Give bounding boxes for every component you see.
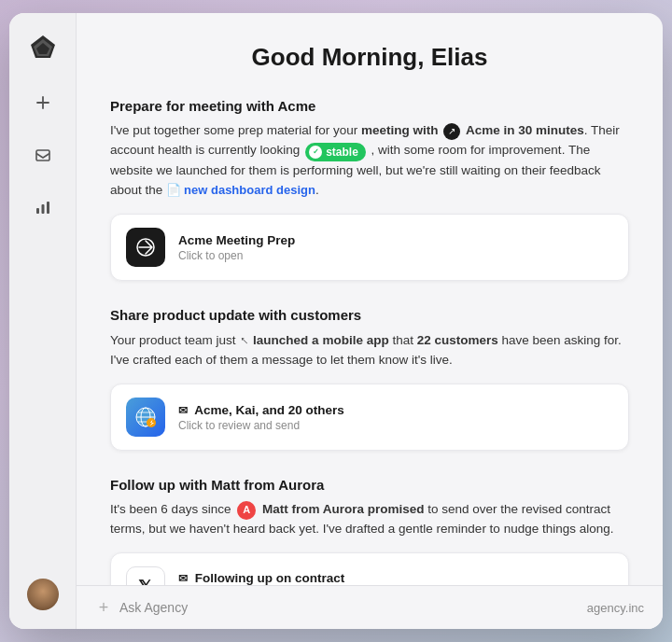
- acme-card-text: Acme Meeting Prep Click to open: [178, 233, 613, 262]
- app-logo[interactable]: [27, 32, 59, 63]
- product-update-card[interactable]: ✉ Acme, Kai, and 20 others Click to revi…: [110, 384, 629, 451]
- bottom-bar: + Ask Agency agency.inc: [77, 585, 663, 629]
- sidebar-analytics-button[interactable]: [26, 190, 60, 224]
- aurora-text: It's been 6 days since A Matt from Auror…: [110, 500, 629, 539]
- product-update-title: Share product update with customers: [110, 307, 629, 323]
- doc-link[interactable]: new dashboard design: [166, 181, 315, 200]
- stable-badge: ✓ stable: [305, 143, 366, 162]
- stable-dot: ✓: [309, 146, 322, 159]
- greeting-heading: Good Morning, Elias: [110, 43, 629, 72]
- mail-icon: ✉: [178, 404, 188, 417]
- acme-meeting-title: Prepare for meeting with Acme: [110, 98, 629, 114]
- ask-agency-input[interactable]: + Ask Agency: [95, 599, 188, 616]
- sidebar: [9, 13, 77, 629]
- mail-icon-2: ✉: [178, 572, 188, 585]
- product-card-title: ✉ Acme, Kai, and 20 others: [178, 403, 613, 417]
- svg-rect-5: [41, 204, 44, 214]
- acme-card-icon: [126, 228, 165, 267]
- svg-text:𝕏: 𝕏: [138, 578, 152, 585]
- aurora-card-text: ✉ Following up on contract Hey Matt, Jus…: [178, 571, 613, 585]
- ask-placeholder-text: Ask Agency: [119, 600, 188, 615]
- aurora-card-title: ✉ Following up on contract: [178, 571, 613, 585]
- agency-brand-label: agency.inc: [587, 601, 644, 615]
- app-window: Good Morning, Elias Prepare for meeting …: [9, 13, 663, 629]
- aurora-title: Follow up with Matt from Aurora: [110, 477, 629, 493]
- aurora-followup-section: Follow up with Matt from Aurora It's bee…: [110, 477, 629, 585]
- acme-meeting-card[interactable]: Acme Meeting Prep Click to open: [110, 214, 629, 281]
- launch-arrow-icon: ↑: [235, 331, 254, 350]
- product-update-text: Your product team just ↑ launched a mobi…: [110, 330, 629, 370]
- svg-rect-4: [36, 208, 39, 214]
- acme-card-subtitle: Click to open: [178, 249, 613, 262]
- content-area: Good Morning, Elias Prepare for meeting …: [77, 13, 663, 585]
- acme-meeting-text: I've put together some prep material for…: [110, 121, 629, 201]
- product-card-text: ✉ Acme, Kai, and 20 others Click to revi…: [178, 403, 613, 432]
- acme-meeting-section: Prepare for meeting with Acme I've put t…: [110, 98, 629, 281]
- svg-rect-6: [47, 202, 49, 214]
- product-card-icon: [126, 398, 165, 437]
- product-update-section: Share product update with customers Your…: [110, 307, 629, 451]
- acme-arrow-icon: ↗: [443, 123, 460, 140]
- aurora-card[interactable]: 𝕏 ✉ Following up on contract Hey Matt, J…: [110, 552, 629, 585]
- sidebar-compose-button[interactable]: [26, 86, 60, 119]
- main-content: Good Morning, Elias Prepare for meeting …: [77, 13, 663, 629]
- aurora-badge-icon: A: [237, 501, 256, 520]
- aurora-card-icon: 𝕏: [126, 566, 165, 585]
- user-avatar[interactable]: [27, 579, 59, 610]
- ask-plus-icon: +: [95, 599, 112, 616]
- sidebar-inbox-button[interactable]: [26, 138, 60, 172]
- acme-card-title: Acme Meeting Prep: [178, 233, 613, 247]
- product-card-subtitle: Click to review and send: [178, 419, 613, 432]
